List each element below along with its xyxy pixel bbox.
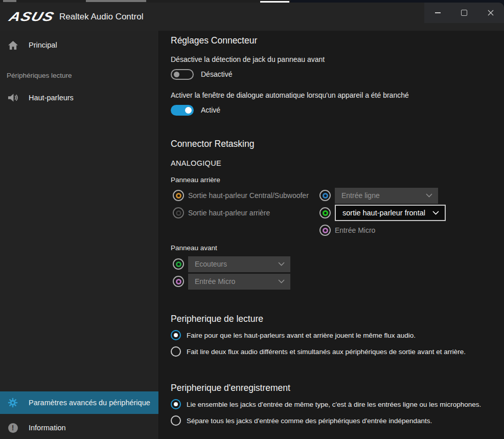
jack-gray-icon (173, 207, 184, 218)
info-icon: ! (7, 422, 18, 433)
sidebar-bottom: Paramètres avancés du périphérique ! Inf… (0, 391, 158, 439)
chevron-down-icon (278, 279, 285, 283)
asus-logo: ASUS (7, 9, 56, 24)
window-controls (424, 3, 504, 23)
jack-green-icon (319, 207, 331, 218)
jack-green-icon (173, 258, 184, 270)
playback-option-same-stream[interactable]: Faire pour que les haut-parleurs avant e… (171, 330, 504, 340)
jack-blue-icon (319, 190, 331, 201)
auto-popup-toggle-row: Activé (171, 104, 504, 116)
subsection-analog: ANALOGIQUE (171, 159, 504, 167)
radio-label: Faire pour que les haut-parleurs avant e… (187, 332, 416, 339)
auto-popup-state: Activé (201, 106, 220, 114)
realtek-audio-control-window: ASUS Realtek Audio Control (0, 3, 504, 439)
radio-selected-icon[interactable] (171, 399, 181, 409)
dropdown-value: Ecouteurs (195, 260, 227, 268)
front-panel-rows: Ecouteurs Entrée Micro (171, 255, 504, 290)
mic-in-dropdown[interactable]: Entrée Micro (188, 274, 290, 290)
sidebar: Principal Périphériques lecture Haut-par… (0, 31, 158, 439)
section-title-recording-device: Peripherique d'enregistrement (171, 382, 504, 393)
radio-label: Sépare tous les jacks d'entrée comme des… (187, 417, 432, 425)
rear-panel-row: Entrée Micro (171, 222, 504, 239)
background-text-fragment (86, 0, 146, 2)
minimize-button[interactable] (424, 3, 451, 23)
section-title-playback-device: Peripherique de lecture (171, 313, 504, 324)
sidebar-item-advanced-settings[interactable]: Paramètres avancés du périphérique (0, 391, 158, 414)
maximize-icon (461, 10, 467, 16)
dropdown-value: sortie haut-parleur frontal (342, 209, 425, 217)
maximize-button[interactable] (451, 3, 477, 23)
jack-detection-toggle-row: Désactivé (171, 69, 504, 80)
sidebar-item-principal[interactable]: Principal (0, 36, 158, 54)
speaker-icon (7, 92, 18, 103)
section-title-connector-retasking: Connector Retasking (171, 138, 504, 149)
close-icon (488, 10, 494, 16)
front-panel-row: Ecouteurs (171, 255, 504, 273)
radio-label: Fait lire deux flux audio différents et … (187, 348, 466, 356)
recording-option-separate-jacks[interactable]: Sépare tous les jacks d'entrée comme des… (171, 415, 504, 426)
rear-panel-label: Panneau arrière (171, 176, 504, 184)
sidebar-section-playback-devices: Périphériques lecture (0, 72, 158, 79)
jack-label: Sortie haut-parleur Central/Subwoofer (188, 191, 309, 200)
radio-selected-icon[interactable] (171, 330, 181, 340)
close-button[interactable] (477, 3, 504, 23)
line-in-dropdown[interactable]: Entrée ligne (335, 188, 438, 204)
sidebar-item-label: Paramètres avancés du périphérique (29, 399, 150, 407)
front-speaker-out-dropdown[interactable]: sortie haut-parleur frontal (335, 205, 446, 221)
auto-popup-label: Activer la fenêtre de dialogue automatiq… (171, 91, 504, 100)
jack-purple-icon (319, 225, 331, 236)
titlebar: ASUS Realtek Audio Control (0, 3, 504, 31)
jack-detection-toggle[interactable] (171, 69, 194, 80)
sidebar-item-label: Principal (29, 41, 57, 49)
jack-detection-label: Désactive la détection de jack du pannea… (171, 55, 504, 64)
background-text-fragment (3, 0, 16, 2)
radio-label: Lie ensemble les jacks d'entrée de même … (187, 401, 481, 408)
minimize-icon (435, 12, 441, 13)
radio-unselected-icon[interactable] (171, 346, 181, 357)
sidebar-item-information[interactable]: ! Information (0, 416, 158, 439)
auto-popup-toggle[interactable] (171, 105, 194, 116)
sidebar-item-label: Information (29, 424, 66, 432)
headphones-dropdown[interactable]: Ecouteurs (188, 256, 290, 272)
section-title-connector-settings: Réglages Connecteur (171, 35, 504, 46)
jack-label: Sortie haut-parleur arrière (188, 209, 270, 217)
chevron-down-icon (432, 211, 439, 215)
dropdown-value: Entrée ligne (341, 191, 380, 200)
jack-orange-icon (173, 190, 184, 201)
rear-panel-row: Sortie haut-parleur Central/Subwoofer En… (171, 187, 504, 204)
front-panel-row: Entrée Micro (171, 273, 504, 290)
rear-panel-rows: Sortie haut-parleur Central/Subwoofer En… (171, 187, 504, 239)
chevron-down-icon (426, 193, 432, 197)
dropdown-value: Entrée Micro (195, 277, 235, 286)
playback-option-two-streams[interactable]: Fait lire deux flux audio différents et … (171, 346, 504, 357)
home-icon (7, 39, 18, 51)
radio-unselected-icon[interactable] (171, 415, 181, 426)
jack-purple-icon (173, 276, 184, 287)
screen: ASUS Realtek Audio Control (0, 0, 504, 439)
chevron-down-icon (278, 262, 285, 266)
sidebar-item-speakers[interactable]: Haut-parleurs (0, 89, 158, 107)
front-panel-label: Panneau avant (171, 244, 504, 252)
sidebar-item-label: Haut-parleurs (29, 94, 74, 102)
jack-label: Entrée Micro (335, 226, 375, 234)
main-content: Réglages Connecteur Désactive la détecti… (158, 31, 504, 439)
recording-option-tie-jacks[interactable]: Lie ensemble les jacks d'entrée de même … (171, 399, 504, 409)
rear-panel-row: Sortie haut-parleur arrière sortie haut-… (171, 204, 504, 222)
window-title: Realtek Audio Control (59, 12, 143, 22)
jack-detection-state: Désactivé (201, 70, 232, 78)
gear-icon (7, 397, 18, 408)
